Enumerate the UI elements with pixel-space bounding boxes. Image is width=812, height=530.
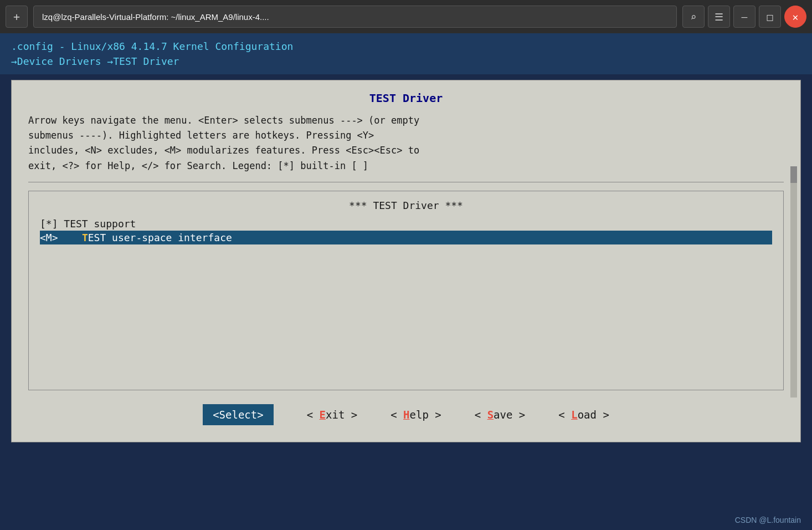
minimize-icon: — xyxy=(742,11,748,23)
save-suffix: ave > xyxy=(494,409,525,421)
menu-section-title: *** TEST Driver *** xyxy=(40,200,772,211)
load-button[interactable]: < Load > xyxy=(558,409,609,421)
search-icon: ⌕ xyxy=(691,11,697,23)
window-title: lzq@lzq-Parallels-Virtual-Platform: ~/li… xyxy=(33,6,677,28)
exit-prefix: < xyxy=(307,409,320,421)
scrollbar-thumb xyxy=(790,166,797,183)
menu-button[interactable]: ☰ xyxy=(708,6,730,28)
test-driver-crumb: TEST Driver xyxy=(113,55,179,67)
new-tab-button[interactable]: + xyxy=(6,6,28,28)
help-button[interactable]: < Help > xyxy=(390,409,441,421)
exit-suffix: xit > xyxy=(326,409,357,421)
maximize-icon: □ xyxy=(767,11,773,23)
item-prefix-1: [*] xyxy=(40,218,58,230)
menu-item-test-support[interactable]: [*] TEST support xyxy=(40,217,772,231)
load-prefix: < xyxy=(558,409,571,421)
search-button[interactable]: ⌕ xyxy=(682,6,705,28)
help-suffix: elp > xyxy=(410,409,441,421)
bottom-buttons: <Select> < Exit > < Help > < Save > < Lo… xyxy=(28,404,784,425)
new-tab-icon: + xyxy=(13,10,20,23)
watermark: CSDN @L.fountain xyxy=(735,516,801,524)
maximize-button[interactable]: □ xyxy=(759,6,781,28)
panel-title: TEST Driver xyxy=(28,91,784,105)
exit-button[interactable]: < Exit > xyxy=(307,409,358,421)
title-bar: + lzq@lzq-Parallels-Virtual-Platform: ~/… xyxy=(0,0,812,33)
item-label-2 xyxy=(58,232,82,243)
config-path: .config - Linux/x86 4.14.7 Kernel Config… xyxy=(11,40,293,52)
select-button[interactable]: <Select> xyxy=(203,404,274,425)
save-prefix: < xyxy=(475,409,487,421)
close-button[interactable]: ✕ xyxy=(784,6,806,28)
help-text: Arrow keys navigate the menu. <Enter> se… xyxy=(28,113,784,174)
hotkey-T: T xyxy=(82,232,88,243)
save-button[interactable]: < Save > xyxy=(475,409,526,421)
menu-item-test-userspace[interactable]: <M> TEST user-space interface xyxy=(40,231,772,244)
close-icon: ✕ xyxy=(793,11,799,23)
scrollbar[interactable] xyxy=(790,166,797,398)
bottom-band xyxy=(0,448,812,481)
item-label-1: TEST support xyxy=(58,218,136,230)
device-drivers-crumb: Device Drivers xyxy=(17,55,101,67)
panel-divider xyxy=(28,182,784,182)
terminal-area: .config - Linux/x86 4.14.7 Kernel Config… xyxy=(0,33,812,74)
help-hotkey: H xyxy=(403,409,409,421)
minimize-button[interactable]: — xyxy=(733,6,756,28)
load-suffix: oad > xyxy=(578,409,609,421)
exit-hotkey: E xyxy=(320,409,326,421)
arrow1: → xyxy=(11,55,17,67)
hamburger-icon: ☰ xyxy=(715,11,723,23)
arrow2: → xyxy=(107,55,113,67)
save-hotkey: S xyxy=(487,409,494,421)
load-hotkey: L xyxy=(571,409,577,421)
item-label-2-rest: EST user-space interface xyxy=(88,232,232,243)
select-label: <Select> xyxy=(213,409,264,421)
menu-list: *** TEST Driver *** [*] TEST support <M>… xyxy=(28,191,784,390)
breadcrumb: .config - Linux/x86 4.14.7 Kernel Config… xyxy=(11,39,801,69)
item-prefix-2: <M> xyxy=(40,232,58,243)
menuconfig-panel: TEST Driver Arrow keys navigate the menu… xyxy=(11,80,801,442)
window-controls: ⌕ ☰ — □ ✕ xyxy=(682,6,806,28)
help-prefix: < xyxy=(390,409,403,421)
